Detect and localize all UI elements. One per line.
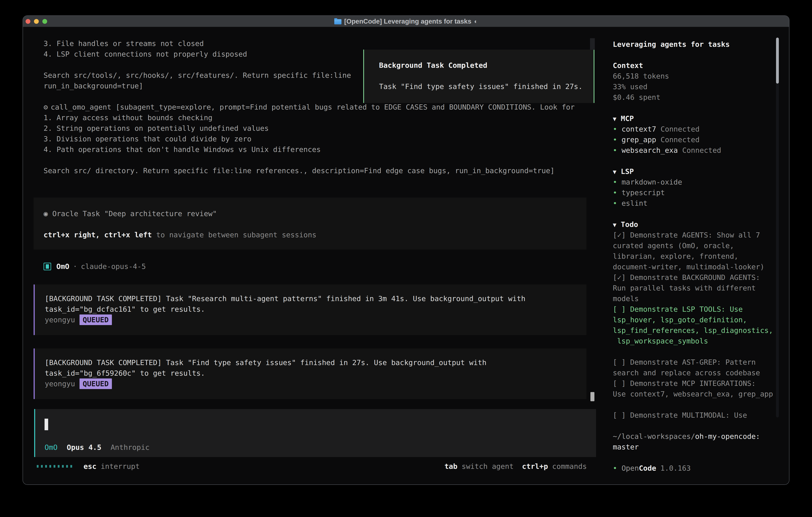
log-line: Search src/ directory. Return specific f… (44, 165, 575, 176)
path-prefix: ~/local-workspaces/ (613, 432, 695, 440)
task-message-line: [BACKGROUND TASK COMPLETED] Task "Find t… (45, 357, 586, 368)
mcp-item: •context7Connected (613, 124, 781, 134)
blank-line (613, 209, 781, 219)
todo-line: curated agents (OmO, oracle, (613, 240, 781, 251)
maximize-button[interactable] (42, 19, 47, 24)
task-author: yeongyu (45, 316, 75, 324)
esc-key-hint: esc (84, 462, 96, 470)
input-provider: Anthropic (111, 442, 149, 453)
context-header: Context (613, 60, 781, 71)
todo-section-header[interactable]: ▼Todo (613, 219, 781, 230)
spinner-icon (37, 465, 72, 468)
todo-line: [✓] Demonstrate AGENTS: Show all 7 (613, 230, 781, 240)
todo-line: librarian, explore, frontend, (613, 251, 781, 262)
close-button[interactable] (26, 19, 30, 24)
hint-keys: ctrl+x right, ctrl+x left (44, 231, 152, 239)
sidebar-scrollbar-thumb[interactable] (776, 37, 779, 84)
task-author: yeongyu (45, 380, 75, 388)
todo-line-active: lsp_hover, lsp_goto_definition, (613, 315, 781, 325)
todo-line: search and replace across codebase (613, 368, 781, 378)
lsp-section-header[interactable]: ▼LSP (613, 166, 781, 177)
tab-key-hint: tab (444, 462, 457, 470)
mcp-item: •grep_appConnected (613, 134, 781, 145)
blank-line (613, 156, 781, 166)
mcp-section-header[interactable]: ▼MCP (613, 113, 781, 124)
blank-line (44, 219, 586, 229)
status-dot-icon: • (613, 464, 617, 472)
proxy-circle-icon: ◐ (474, 18, 478, 25)
blank-line (613, 103, 781, 113)
todo-header-label: Todo (621, 220, 638, 228)
status-badge: QUEUED (80, 315, 112, 325)
lsp-name: markdown-oxide (621, 178, 682, 186)
log-line: 3. File handles or streams not closed (44, 38, 575, 49)
context-tokens: 66,518 tokens (613, 71, 781, 81)
lsp-name: typescript (621, 189, 665, 197)
oracle-hint-line: ctrl+x right, ctrl+x leftto navigate bet… (44, 229, 586, 240)
task-meta-line: yeongyuQUEUED (45, 315, 586, 325)
blank-line (613, 346, 781, 357)
todo-line: [ ] Demonstrate MULTIMODAL: Use (613, 410, 781, 420)
blank-line (613, 399, 781, 410)
model-row: OmO Opus 4.5 Anthropic (45, 442, 150, 453)
chat-scrollbar-thumb[interactable] (590, 392, 594, 401)
app-window: [OpenCode] Leveraging agents for tasks ◐… (23, 16, 789, 485)
agent-name: OmO (56, 261, 69, 272)
ctrlp-key-label: commands (552, 462, 587, 470)
tab-key-label: switch agent (462, 462, 514, 470)
todo-line: models (613, 293, 781, 304)
branch-name: master (613, 442, 781, 452)
task-message-line: task_id="bg_dcfac161" to get results. (45, 304, 586, 315)
oracle-task-line: ◉Oracle Task "Deep architecture review" (44, 208, 586, 219)
mcp-name: websearch_exa (621, 146, 678, 154)
todo-line: Run parallel tasks with different (613, 283, 781, 293)
traffic-lights (26, 16, 47, 27)
collapse-icon: ▼ (613, 221, 616, 228)
todo-line-active: [ ] Demonstrate LSP TOOLS: Use (613, 304, 781, 315)
hint-text: to navigate between subagent sessions (156, 231, 317, 239)
input-agent-name: OmO (45, 442, 58, 453)
log-line: 1. Array access without bounds checking (44, 112, 575, 123)
background-task-card: [BACKGROUND TASK COMPLETED] Task "Find t… (34, 349, 586, 399)
todo-line-active: lsp_find_references, lsp_diagnostics, (613, 325, 781, 336)
lsp-item: •typescript (613, 187, 781, 198)
sidebar: Leveraging agents for tasks Context 66,5… (613, 39, 781, 473)
mcp-name: context7 (621, 125, 656, 133)
version-number: 1.0.163 (660, 464, 691, 472)
tool-call-text: call_omo_agent [subagent_type=explore, p… (51, 103, 575, 111)
chat-scrollbar-mark[interactable] (590, 38, 595, 50)
toast-body: Task "Find type safety issues" finished … (379, 81, 593, 92)
workspace-path: ~/local-workspaces/oh-my-opencode: (613, 431, 781, 442)
log-line: 4. Path operations that don't handle Win… (44, 144, 575, 155)
text-cursor (45, 419, 48, 430)
gear-icon: ⚙ (44, 103, 48, 111)
status-dot-icon: • (613, 136, 617, 144)
status-dot-icon: • (613, 199, 617, 207)
lsp-name: eslint (621, 199, 647, 207)
window-title-text: [OpenCode] Leveraging agents for tasks (344, 18, 471, 25)
lsp-item: •markdown-oxide (613, 177, 781, 187)
background-task-card: [BACKGROUND TASK COMPLETED] Task "Resear… (34, 284, 586, 335)
todo-line-active: lsp_workspace_symbols (613, 336, 781, 346)
lsp-header-label: LSP (621, 167, 634, 175)
oracle-task-text: Oracle Task "Deep architecture review" (52, 210, 217, 218)
task-message-line: [BACKGROUND TASK COMPLETED] Task "Resear… (45, 293, 586, 304)
session-title: Leveraging agents for tasks (613, 39, 781, 50)
brand-open: Open (621, 464, 639, 472)
todo-line: [ ] Demonstrate MCP INTEGRATIONS: (613, 378, 781, 389)
toast-title: Background Task Completed (379, 60, 593, 71)
minimize-button[interactable] (34, 19, 39, 24)
statusbar-right: tab switch agent ctrl+p commands (444, 462, 587, 470)
oracle-task-panel: ◉Oracle Task "Deep architecture review" … (34, 197, 586, 249)
lsp-item: •eslint (613, 198, 781, 209)
blank-line (613, 420, 781, 431)
sidebar-scrollbar-track[interactable] (776, 37, 779, 417)
input-model-name: Opus 4.5 (67, 442, 101, 453)
collapse-icon: ▼ (613, 115, 616, 123)
status-badge: QUEUED (80, 378, 112, 389)
version-line: •OpenCode1.0.163 (613, 463, 781, 473)
status-dot-icon: • (613, 146, 617, 154)
mcp-item: •websearch_exaConnected (613, 145, 781, 156)
prompt-input[interactable]: OmO Opus 4.5 Anthropic (34, 409, 596, 457)
separator-dot: · (73, 261, 77, 272)
